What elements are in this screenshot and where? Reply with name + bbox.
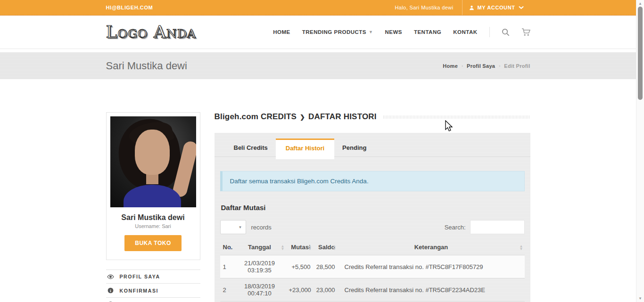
site-header: Logo Anda HOME TRENDING PRODUCTS ▼ NEWS … bbox=[0, 16, 636, 49]
table-header-row: No. ▲ Tanggal ▲▼ Mutasi ▲▼ bbox=[220, 241, 525, 255]
page-title: Sari Mustika dewi bbox=[106, 60, 187, 72]
profile-photo bbox=[110, 116, 196, 207]
column-header-no[interactable]: No. ▲ bbox=[220, 241, 233, 255]
site-logo[interactable]: Logo Anda bbox=[106, 24, 196, 41]
profile-sidebar: Sari Mustika dewi Username: Sari BUKA TO… bbox=[106, 112, 200, 302]
scroll-down-icon[interactable]: ▼ bbox=[636, 296, 644, 301]
chevron-down-icon bbox=[519, 6, 524, 9]
page-banner: Sari Mustika dewi Home › Profil Saya › E… bbox=[0, 52, 636, 79]
scrollbar-thumb[interactable] bbox=[638, 7, 643, 100]
column-header-saldo[interactable]: Saldo ▲▼ bbox=[314, 241, 338, 255]
breadcrumb-profil-saya[interactable]: Profil Saya bbox=[467, 63, 495, 69]
breadcrumb: Home › Profil Saya › Edit Profil bbox=[443, 63, 530, 69]
main-nav: HOME TRENDING PRODUCTS ▼ NEWS TENTANG KO… bbox=[273, 27, 530, 37]
tab-daftar-histori[interactable]: Daftar Histori bbox=[276, 139, 334, 159]
nav-item-news[interactable]: NEWS bbox=[385, 29, 402, 35]
search-icon[interactable] bbox=[502, 28, 510, 36]
profile-name: Sari Mustika dewi bbox=[110, 213, 196, 222]
table-row[interactable]: 2 18/03/2019 00:47:10 +23,000 23,000 Cre… bbox=[220, 278, 525, 302]
user-greeting: Halo, Sari Mustika dewi bbox=[386, 0, 462, 15]
column-header-tanggal[interactable]: Tanggal ▲▼ bbox=[233, 241, 286, 255]
info-icon: i bbox=[107, 287, 114, 294]
breadcrumb-current: Edit Profil bbox=[504, 63, 530, 69]
sidebar-item-profil-saya[interactable]: PROFIL SAYA bbox=[106, 269, 200, 283]
my-account-menu[interactable]: MY ACCOUNT bbox=[462, 0, 530, 15]
heading-decorative-line bbox=[383, 115, 530, 119]
page: HI@BLIGEH.COM Halo, Sari Mustika dewi MY… bbox=[0, 0, 636, 302]
nav-item-kontak[interactable]: KONTAK bbox=[453, 29, 477, 35]
sidebar-item-konfirmasi[interactable]: i KONFIRMASI bbox=[106, 283, 200, 297]
chevron-down-icon: ▼ bbox=[239, 225, 242, 229]
sort-icon: ▲▼ bbox=[308, 245, 312, 251]
main-content: Bligeh.com CREDITS ❯ DAFTAR HISTORI Beli… bbox=[215, 112, 530, 302]
breadcrumb-separator-icon: › bbox=[499, 64, 500, 68]
nav-divider bbox=[489, 27, 490, 37]
column-header-keterangan[interactable]: Keterangan ▲▼ bbox=[338, 241, 525, 255]
buka-toko-button[interactable]: BUKA TOKO bbox=[124, 235, 182, 251]
search-label: Search: bbox=[445, 224, 466, 231]
chevron-down-icon: ▼ bbox=[369, 30, 373, 34]
credits-panel: Beli Credits Daftar Histori Pending Daft… bbox=[215, 133, 530, 302]
topbar: HI@BLIGEH.COM Halo, Sari Mustika dewi MY… bbox=[0, 0, 636, 16]
cart-icon[interactable] bbox=[521, 28, 530, 36]
vertical-scrollbar[interactable]: ▲ ▼ bbox=[636, 0, 644, 302]
heading-secondary: DAFTAR HISTORI bbox=[308, 112, 377, 122]
table-row[interactable]: 1 21/03/2019 03:19:35 +5,500 28,500 Cred… bbox=[220, 255, 525, 278]
table-controls: ▼ records Search: bbox=[220, 220, 525, 234]
my-account-label: MY ACCOUNT bbox=[478, 5, 515, 10]
sort-icon: ▲ bbox=[228, 246, 232, 249]
tab-pending[interactable]: Pending bbox=[334, 139, 374, 156]
tab-beli-credits[interactable]: Beli Credits bbox=[226, 139, 276, 156]
nav-item-home[interactable]: HOME bbox=[273, 29, 290, 35]
heading-primary: Bligeh.com CREDITS bbox=[215, 112, 297, 122]
breadcrumb-home[interactable]: Home bbox=[443, 63, 458, 69]
column-header-mutasi[interactable]: Mutasi ▲▼ bbox=[286, 241, 314, 255]
sidebar-item-referral[interactable]: R REFERRAL bbox=[106, 297, 200, 302]
nav-item-tentang[interactable]: TENTANG bbox=[414, 29, 441, 35]
eye-icon bbox=[107, 274, 114, 279]
profile-card: Sari Mustika dewi Username: Sari BUKA TO… bbox=[106, 112, 200, 260]
sidebar-menu: PROFIL SAYA i KONFIRMASI R REFERRAL bbox=[106, 269, 200, 302]
breadcrumb-separator-icon: › bbox=[462, 64, 463, 68]
mutasi-table: No. ▲ Tanggal ▲▼ Mutasi ▲▼ bbox=[220, 241, 525, 302]
contact-email[interactable]: HI@BLIGEH.COM bbox=[106, 0, 153, 15]
sort-icon: ▲▼ bbox=[520, 245, 523, 251]
records-label: records bbox=[251, 224, 272, 231]
nav-item-trending-products[interactable]: TRENDING PRODUCTS ▼ bbox=[302, 29, 373, 35]
scroll-up-icon[interactable]: ▲ bbox=[636, 1, 644, 6]
sort-icon: ▲▼ bbox=[333, 245, 337, 251]
daftar-mutasi-title: Daftar Mutasi bbox=[221, 204, 525, 212]
search-input[interactable] bbox=[470, 220, 525, 234]
section-heading: Bligeh.com CREDITS ❯ DAFTAR HISTORI bbox=[215, 112, 530, 122]
tab-strip: Beli Credits Daftar Histori Pending bbox=[215, 133, 530, 157]
profile-username: Username: Sari bbox=[110, 223, 196, 229]
chevron-right-icon: ❯ bbox=[300, 114, 305, 121]
info-message: Daftar semua transaksi Bligeh.com Credit… bbox=[220, 171, 525, 191]
user-icon bbox=[469, 5, 474, 10]
records-per-page-select[interactable]: ▼ bbox=[220, 220, 246, 234]
sort-icon: ▲▼ bbox=[281, 245, 285, 251]
